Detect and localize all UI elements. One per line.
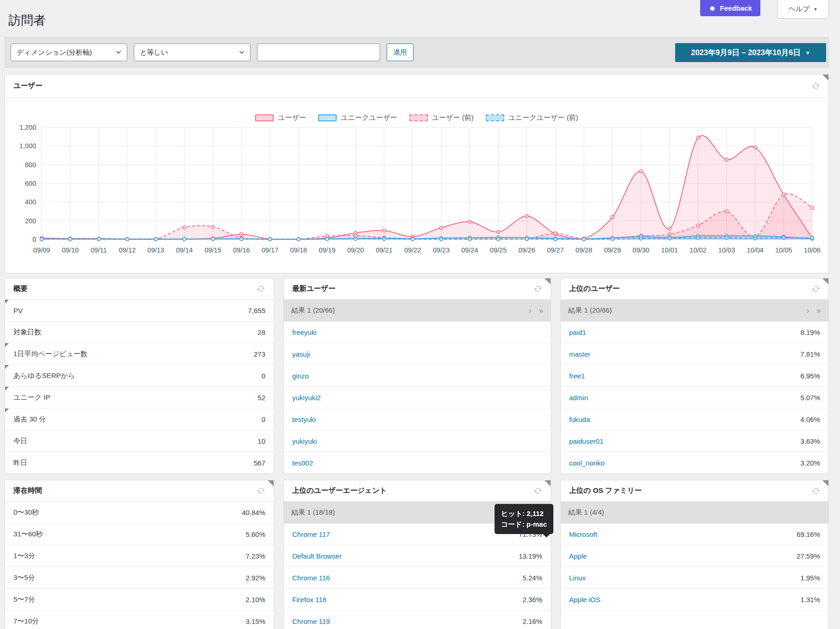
row-value: 567	[254, 459, 265, 467]
table-row: 31〜60秒5.60%	[5, 523, 274, 545]
row-link[interactable]: Linux	[569, 574, 586, 582]
operator-select[interactable]: と等しい	[134, 44, 251, 61]
row-value: 3.63%	[800, 437, 820, 445]
row-value: 69.16%	[796, 530, 820, 538]
table-row: testyuki	[284, 409, 551, 430]
legend-swatch	[318, 114, 337, 121]
panel-top-users: 上位のユーザー 結果 1 (20/66) › » paid18.19%maste…	[560, 278, 829, 474]
table-row: Apple iOS1.31%	[561, 589, 828, 610]
row-link[interactable]: paid1	[569, 328, 586, 336]
row-link[interactable]: Default Browser	[292, 552, 342, 560]
row-value: 4.06%	[800, 415, 820, 423]
dimension-select-value: ディメンション(分析軸)	[17, 48, 92, 57]
row-fold-marker	[5, 300, 9, 303]
row-link[interactable]: admin	[569, 394, 588, 402]
table-row: ginzo	[284, 365, 551, 387]
row-label: 3〜5分	[13, 573, 35, 582]
last-page-icon[interactable]: »	[539, 307, 543, 314]
pagination-label: 結果 1 (18/18)	[291, 508, 335, 517]
svg-text:09/29: 09/29	[604, 246, 621, 254]
row-link[interactable]: paiduser01	[569, 437, 603, 445]
row-link[interactable]: Microsoft	[569, 530, 597, 538]
row-link[interactable]: freeyuki	[292, 328, 317, 336]
table-row: 1日平均ページビュー数273	[5, 343, 274, 365]
row-link[interactable]: free1	[569, 372, 585, 380]
svg-text:09/22: 09/22	[404, 246, 421, 254]
refresh-icon[interactable]	[533, 284, 542, 293]
row-value: 3.20%	[800, 459, 820, 467]
svg-text:0: 0	[32, 236, 36, 243]
feedback-button-label: Feedback	[720, 4, 752, 12]
date-range-button[interactable]: 2023年9月9日 – 2023年10月6日 ▼	[675, 43, 826, 62]
last-page-icon[interactable]: »	[817, 307, 821, 314]
next-page-icon[interactable]: ›	[529, 307, 532, 314]
refresh-icon[interactable]	[257, 284, 265, 293]
refresh-icon[interactable]	[811, 486, 820, 495]
row-link[interactable]: Chrome 117	[292, 530, 330, 538]
row-link[interactable]: ginzo	[292, 372, 309, 380]
panel-fold-corner	[268, 480, 274, 486]
dimension-select[interactable]: ディメンション(分析軸)	[11, 44, 127, 61]
svg-text:200: 200	[25, 217, 36, 225]
row-link[interactable]: yasuji	[292, 350, 310, 358]
row-link[interactable]: fukuda	[569, 415, 590, 423]
row-label: ユニーク IP	[13, 393, 50, 402]
pagination-bar: 結果 1 (20/66) › »	[284, 300, 551, 321]
feedback-button[interactable]: ☻ Feedback	[700, 0, 760, 16]
panel-latest-users: 最新ユーザー 結果 1 (20/66) › » freeyukiyasujigi…	[283, 278, 551, 474]
row-value: 10	[257, 437, 265, 445]
row-value: 5.07%	[800, 394, 820, 402]
row-link[interactable]: tes002	[292, 459, 313, 467]
panel-title: 上位のユーザー	[569, 284, 620, 294]
tooltip-code: コード: p-mac	[501, 519, 547, 529]
row-value: 27.59%	[796, 552, 820, 560]
pagination-label: 結果 1 (20/66)	[291, 306, 335, 315]
filter-value-input[interactable]	[257, 44, 380, 61]
row-link[interactable]: cool_noriko	[569, 459, 605, 467]
row-link[interactable]: yukiyuki	[292, 437, 317, 445]
svg-text:10/05: 10/05	[775, 246, 792, 254]
svg-text:09/18: 09/18	[290, 246, 307, 254]
row-link[interactable]: testyuki	[292, 415, 316, 423]
refresh-icon[interactable]	[811, 284, 820, 293]
help-button[interactable]: ヘルプ ▼	[777, 0, 829, 19]
table-row: 5〜7分2.10%	[5, 589, 274, 610]
row-link[interactable]: Chrome 119	[292, 617, 330, 625]
pagination-bar: 結果 1 (20/66) › »	[561, 300, 828, 321]
row-value: 2.36%	[522, 596, 542, 604]
table-row: Chrome 1192.16%	[284, 610, 551, 629]
svg-text:09/23: 09/23	[433, 246, 450, 254]
row-value: 13.19%	[519, 552, 542, 560]
panel-fold-corner	[822, 480, 828, 486]
refresh-icon[interactable]	[533, 486, 542, 495]
table-row: あらゆるSERPから0	[5, 365, 274, 387]
panel-fold-corner	[545, 278, 551, 284]
svg-text:09/11: 09/11	[91, 246, 107, 254]
refresh-icon[interactable]	[257, 486, 265, 495]
row-link[interactable]: Apple	[569, 552, 587, 560]
svg-text:09/10: 09/10	[62, 246, 78, 254]
panel-title: 滞在時間	[13, 486, 42, 496]
row-link[interactable]: Chrome 116	[292, 574, 330, 582]
row-value: 6.95%	[800, 372, 820, 380]
row-link[interactable]: master	[569, 350, 590, 358]
row-value: 1.31%	[800, 596, 820, 604]
table-row: Linux1.95%	[561, 567, 828, 589]
next-page-icon[interactable]: ›	[807, 307, 809, 314]
row-link[interactable]: Apple iOS	[569, 596, 601, 604]
svg-text:09/19: 09/19	[319, 246, 335, 254]
apply-filter-button[interactable]: 適用	[387, 44, 414, 61]
table-row: 3〜5分2.92%	[5, 567, 274, 589]
row-value: 2.10%	[245, 596, 265, 604]
panel-title: 概要	[13, 284, 28, 294]
date-range-label: 2023年9月9日 – 2023年10月6日	[691, 48, 801, 58]
svg-text:09/28: 09/28	[576, 246, 592, 254]
refresh-icon[interactable]	[811, 82, 820, 90]
legend-swatch	[486, 114, 504, 121]
row-label: 過去 30 分	[13, 415, 46, 424]
row-link[interactable]: yukiyuki2	[292, 394, 321, 402]
row-link[interactable]: Firefox 118	[292, 596, 326, 604]
svg-text:09/12: 09/12	[119, 246, 136, 254]
panel-users-chart: ユーザー ユーザーユニークユーザーユーザー (前)ユニークユーザー (前) 02…	[5, 74, 829, 273]
page-title: 訪問者	[8, 12, 46, 29]
